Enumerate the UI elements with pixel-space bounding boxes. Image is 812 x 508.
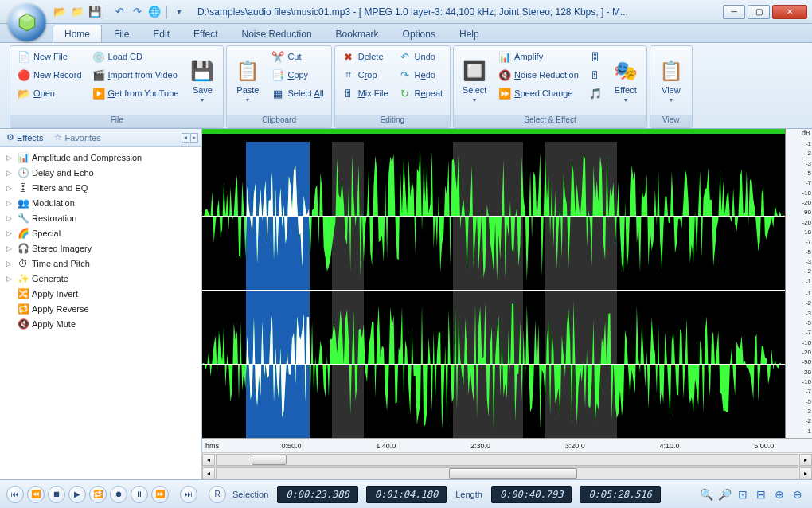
tree-item-apply-invert[interactable]: ▷🔀Apply Invert	[3, 286, 201, 301]
zoom-out-v-button[interactable]: ⊖	[790, 487, 806, 502]
db-tick: -20	[802, 199, 811, 206]
go-start-button[interactable]: ⏮	[6, 486, 24, 503]
save-button[interactable]: 💾 Save▾	[185, 48, 220, 113]
db-scale: dB -1-2-3-5-7-10-20-90-20-10-7-5-3-2-1 -…	[785, 129, 812, 438]
scroll-right-button[interactable]: ▸	[799, 454, 812, 466]
crop-button[interactable]: ⌗Crop	[338, 66, 392, 84]
time-tick: 2:30.0	[470, 442, 490, 450]
new-file-button[interactable]: 📄New File	[14, 48, 86, 65]
tree-item-filters-and-eq[interactable]: ▷🎛Filters and EQ	[3, 180, 201, 195]
tree-item-apply-reverse[interactable]: ▷🔁Apply Reverse	[3, 301, 201, 316]
db-tick: -5	[806, 248, 811, 256]
stop-button[interactable]: ⏹	[48, 486, 65, 503]
tab-home[interactable]: Home	[53, 25, 102, 42]
qat-open-icon[interactable]: 📂	[53, 5, 67, 19]
close-button[interactable]: ✕	[772, 5, 807, 19]
tree-item-label: Time and Pitch	[32, 259, 90, 268]
record-button[interactable]: ⏺	[110, 486, 127, 503]
tree-item-restoration[interactable]: ▷🔧Restoration	[3, 210, 201, 225]
noise-reduction-button[interactable]: 🔇Noise Reduction	[494, 66, 583, 84]
app-menu-orb[interactable]	[8, 3, 46, 41]
waveform-display[interactable]: dB -1-2-3-5-7-10-20-90-20-10-7-5-3-2-1 -…	[202, 129, 812, 438]
mix-file-button[interactable]: 🎚Mix File	[338, 84, 392, 102]
qat-customize-icon[interactable]: ▼	[172, 5, 186, 19]
sidebar-tab-favorites[interactable]: ☆Favorites	[51, 131, 103, 144]
qat-redo-icon[interactable]: ↷	[130, 5, 144, 19]
db-tick: -10	[802, 190, 811, 197]
minimize-button[interactable]: ─	[723, 5, 745, 19]
zoom-in-v-button[interactable]: ⊕	[771, 487, 787, 502]
effect-category-icon: 🕒	[17, 166, 29, 179]
copy-button[interactable]: 📑Copy	[267, 66, 327, 84]
horizontal-scrollbar[interactable]: ◂ ▸	[202, 452, 812, 466]
tree-item-modulation[interactable]: ▷👥Modulation	[3, 195, 201, 210]
length-time: 0:00:40.793	[491, 486, 572, 503]
scroll-thumb[interactable]	[252, 455, 287, 465]
sidebar-collapse-left[interactable]: ◂	[182, 133, 189, 143]
new-record-button[interactable]: 🔴New Record	[14, 66, 86, 84]
db-tick: -90	[802, 209, 811, 216]
zoom-in-h-button[interactable]: 🔍	[698, 487, 714, 502]
sidebar-collapse-right[interactable]: ▸	[190, 133, 198, 143]
scroll-left-button[interactable]: ◂	[202, 454, 215, 466]
tab-help[interactable]: Help	[447, 25, 491, 42]
qat-refresh-icon[interactable]: 🌐	[147, 5, 162, 19]
zoom-out-h-button[interactable]: 🔎	[716, 487, 732, 502]
effect-extra1[interactable]: 🎛	[585, 48, 606, 65]
zoom-sel-button[interactable]: ⊟	[753, 487, 769, 502]
qat-save-icon[interactable]: 💾	[88, 5, 102, 19]
tab-bookmark[interactable]: Bookmark	[324, 25, 391, 42]
get-youtube-button[interactable]: ▶️Get from YouTube	[88, 84, 183, 102]
tab-edit[interactable]: Edit	[141, 25, 182, 42]
open-button[interactable]: 📂Open	[14, 84, 86, 102]
tree-item-delay-and-echo[interactable]: ▷🕒Delay and Echo	[3, 165, 201, 180]
tab-file[interactable]: File	[102, 25, 141, 42]
loop-button[interactable]: 🔁	[89, 486, 107, 503]
select-button[interactable]: 🔲 Select▾	[457, 48, 492, 113]
qat-undo-icon[interactable]: ↶	[112, 5, 127, 19]
speed-change-button[interactable]: ⏩Speed Change	[494, 84, 583, 102]
paste-button[interactable]: 📋 Paste▾	[230, 48, 265, 113]
tree-item-apply-mute[interactable]: ▷🔇Apply Mute	[3, 316, 201, 331]
zoom-fit-button[interactable]: ⊡	[735, 487, 751, 502]
effect-extra3[interactable]: 🎵	[585, 84, 606, 102]
go-end-button[interactable]: ⏭	[180, 486, 197, 503]
scroll-right-button-2[interactable]: ▸	[799, 467, 812, 479]
tree-item-special[interactable]: ▷🌈Special	[3, 225, 201, 240]
undo-button[interactable]: ↶Undo	[395, 48, 447, 65]
pause-button[interactable]: ⏸	[131, 486, 148, 503]
db-tick: -7	[806, 329, 811, 336]
horizontal-scrollbar-2[interactable]: ◂ ▸	[202, 466, 812, 479]
fast-forward-button[interactable]: ⏩	[151, 486, 169, 503]
qat-open2-icon[interactable]: 📁	[70, 5, 84, 19]
load-cd-button[interactable]: 💿Load CD	[88, 48, 183, 65]
tree-item-label: Filters and EQ	[32, 183, 88, 193]
tree-item-stereo-imagery[interactable]: ▷🎧Stereo Imagery	[3, 240, 201, 256]
import-video-button[interactable]: 🎬Import from Video	[88, 66, 183, 84]
view-button[interactable]: 📋 View▾	[654, 48, 689, 113]
rewind-button[interactable]: ⏪	[27, 486, 45, 503]
maximize-button[interactable]: ▢	[748, 5, 770, 19]
time-tick: 4:10.0	[660, 442, 680, 450]
scroll-thumb-2[interactable]	[449, 468, 577, 479]
overview-strip[interactable]	[202, 129, 785, 134]
effect-extra2[interactable]: 🎚	[585, 66, 606, 84]
tree-item-amplitude-and-compression[interactable]: ▷📊Amplitude and Compression	[3, 150, 201, 165]
cut-button[interactable]: ✂️Cut	[267, 48, 327, 65]
tab-noise-reduction[interactable]: Noise Reduction	[230, 25, 324, 42]
tab-effect[interactable]: Effect	[182, 25, 229, 42]
select-all-button[interactable]: ▦Select All	[267, 84, 327, 102]
tab-options[interactable]: Options	[391, 25, 447, 42]
effect-button[interactable]: 🎭 Effect▾	[608, 48, 643, 113]
redo-icon: ↷	[399, 68, 412, 81]
redo-button[interactable]: ↷Redo	[395, 66, 447, 84]
scroll-left-button-2[interactable]: ◂	[202, 467, 215, 479]
play-button[interactable]: ▶	[68, 486, 86, 503]
tree-item-time-and-pitch[interactable]: ▷⏱Time and Pitch	[3, 256, 201, 271]
sidebar-tab-effects[interactable]: ⚙Effects	[3, 131, 46, 144]
repeat-button[interactable]: ↻Repeat	[395, 84, 447, 102]
tree-item-generate[interactable]: ▷✨Generate	[3, 271, 201, 286]
delete-button[interactable]: ✖Delete	[338, 48, 392, 65]
amplify-button[interactable]: 📊Amplify	[494, 48, 583, 65]
r-button[interactable]: R	[209, 486, 226, 503]
